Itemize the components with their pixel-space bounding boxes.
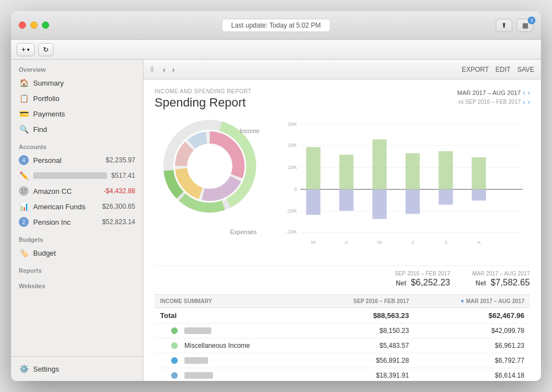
save-button[interactable]: SAVE bbox=[517, 66, 534, 73]
minimize-button[interactable] bbox=[30, 22, 38, 29]
svg-rect-33 bbox=[472, 157, 486, 189]
content-toolbar-right: EXPORT EDIT SAVE bbox=[461, 66, 534, 73]
columns-icon: ⦀ bbox=[150, 65, 154, 75]
row1-name-blurred bbox=[184, 327, 211, 334]
income-label: Income bbox=[240, 128, 259, 134]
app-window: ⟳ Schmitz ▾ Last update: Today at 5:02 P… bbox=[11, 11, 541, 381]
svg-rect-34 bbox=[472, 189, 486, 200]
fullscreen-button[interactable] bbox=[42, 22, 49, 29]
svg-text:A: A bbox=[477, 240, 481, 245]
row3-val2: $6,792.77 bbox=[415, 353, 530, 368]
table-row-2: Miscellaneous Income $5,483.57 $6,961.23 bbox=[155, 338, 530, 353]
refresh-button[interactable]: ↻ bbox=[38, 43, 54, 56]
sidebar-account-american-funds[interactable]: 📊 American Funds $26,300.65 bbox=[11, 199, 143, 214]
personal-badge: 4 bbox=[19, 155, 29, 165]
date-next-button[interactable]: › bbox=[528, 88, 530, 97]
sidebar-account-2[interactable]: ✏️ $517.41 bbox=[11, 168, 143, 183]
row2-val1: $5,483.57 bbox=[311, 338, 415, 353]
edit-button[interactable]: EDIT bbox=[496, 66, 511, 73]
row1-dot bbox=[171, 327, 178, 334]
row1-val1: $8,150.23 bbox=[311, 324, 415, 338]
sidebar-item-find[interactable]: 🔍 Find bbox=[11, 121, 143, 137]
export-button[interactable]: EXPORT bbox=[461, 66, 489, 73]
net-summary: SEP 2016 – FEB 2017 Net $6,252.23 MAR 20… bbox=[155, 266, 530, 294]
svg-text:J: J bbox=[444, 240, 447, 245]
account2-value: $517.41 bbox=[112, 172, 135, 179]
date-prev-button[interactable]: ‹ bbox=[523, 88, 525, 97]
row3-label bbox=[155, 353, 311, 368]
account2-icon: ✏️ bbox=[19, 171, 29, 181]
american-funds-value: $26,300.65 bbox=[102, 203, 135, 210]
bar-chart-svg: 30K 20K 10K 0 -10K -20K bbox=[276, 116, 530, 249]
vs-date-prev-button[interactable]: ‹ bbox=[523, 98, 525, 106]
budget-icon: 🏷️ bbox=[19, 248, 29, 258]
sidebar-item-summary[interactable]: 🏠 Summary bbox=[11, 75, 143, 91]
svg-text:M: M bbox=[311, 240, 316, 245]
amazon-badge: 17 bbox=[19, 186, 29, 196]
upload-button[interactable]: ⬆ bbox=[496, 19, 512, 32]
accounts-label: Accounts bbox=[11, 137, 143, 152]
row4-dot bbox=[171, 372, 178, 379]
reports-label: Reports bbox=[11, 261, 143, 276]
svg-text:10K: 10K bbox=[288, 165, 298, 170]
grid-button[interactable]: ▦ 3 bbox=[517, 19, 533, 32]
sidebar-item-settings[interactable]: ⚙️ Settings bbox=[11, 361, 143, 377]
income-table: INCOME SUMMARY SEP 2016 – FEB 2017 ▾ bbox=[155, 294, 530, 381]
row1-val2: $42,099.78 bbox=[415, 324, 530, 338]
sidebar-item-payments[interactable]: 💳 Payments bbox=[11, 106, 143, 121]
websites-label: Websites bbox=[11, 276, 143, 292]
chevron-small-icon: ▾ bbox=[27, 47, 30, 52]
vs-date-range: vs SEP 2016 – FEB 2017 bbox=[458, 99, 521, 105]
svg-text:-20K: -20K bbox=[286, 229, 298, 235]
find-icon: 🔍 bbox=[19, 124, 29, 134]
sidebar-account-amazon[interactable]: 17 Amazon CC -$4,432.88 bbox=[11, 183, 143, 199]
close-button[interactable] bbox=[19, 22, 26, 29]
svg-text:20K: 20K bbox=[288, 142, 298, 148]
net-label1: Net bbox=[396, 279, 406, 287]
upload-icon: ⬆ bbox=[501, 22, 507, 29]
svg-rect-24 bbox=[306, 189, 321, 215]
svg-rect-29 bbox=[406, 153, 420, 189]
period2-label: MAR 2017 – AUG 2017 bbox=[472, 271, 530, 277]
svg-rect-25 bbox=[339, 155, 354, 189]
update-badge: Last update: Today at 5:02 PM bbox=[222, 19, 331, 32]
sidebar-item-budget[interactable]: 🏷️ Budget bbox=[11, 245, 143, 261]
col1-header: SEP 2016 – FEB 2017 bbox=[311, 295, 415, 308]
total-val2: $62,467.96 bbox=[415, 308, 530, 324]
grid-icon: ▦ bbox=[522, 22, 528, 29]
svg-rect-31 bbox=[439, 151, 453, 189]
chart-area: Income bbox=[155, 116, 530, 255]
sidebar: Overview 🏠 Summary 📋 Portfolio 💳 Payment… bbox=[11, 60, 144, 381]
refresh-icon: ↻ bbox=[43, 46, 49, 54]
main-content: Overview 🏠 Summary 📋 Portfolio 💳 Payment… bbox=[11, 60, 541, 381]
svg-text:M: M bbox=[378, 240, 382, 245]
budgets-label: Budgets bbox=[11, 230, 143, 245]
sidebar-account-pension[interactable]: 2 Pension Inc $52,823.14 bbox=[11, 214, 143, 230]
svg-rect-23 bbox=[306, 147, 321, 189]
net-value2: $7,582.65 bbox=[491, 278, 530, 288]
portfolio-icon: 📋 bbox=[19, 93, 29, 103]
svg-rect-28 bbox=[373, 189, 387, 219]
total-val1: $88,563.23 bbox=[311, 308, 415, 324]
row3-val1: $56,891.28 bbox=[311, 353, 415, 368]
update-label: Last update: bbox=[231, 22, 268, 29]
vs-date-next-button[interactable]: › bbox=[528, 98, 530, 106]
add-button[interactable]: + ▾ bbox=[17, 43, 35, 56]
sidebar-account-personal[interactable]: 4 Personal $2,235.97 bbox=[11, 152, 143, 168]
american-funds-icon: 📊 bbox=[19, 202, 29, 211]
svg-text:J: J bbox=[411, 240, 414, 245]
nav-right-button[interactable]: › bbox=[170, 64, 177, 75]
account2-label bbox=[33, 172, 107, 179]
sidebar-bottom: ⚙️ Settings bbox=[11, 356, 143, 381]
svg-rect-27 bbox=[373, 140, 387, 189]
sort-arrow-icon: ▾ bbox=[461, 298, 464, 304]
settings-icon: ⚙️ bbox=[19, 364, 29, 374]
sidebar-item-portfolio[interactable]: 📋 Portfolio bbox=[11, 91, 143, 106]
table-row-1: $8,150.23 $42,099.78 bbox=[155, 324, 530, 338]
content-area: ⦀ ‹ › EXPORT EDIT SAVE MAR 2017 – AUG 20… bbox=[144, 60, 541, 381]
content-toolbar: ⦀ ‹ › EXPORT EDIT SAVE bbox=[144, 60, 541, 80]
income-summary-header: INCOME SUMMARY bbox=[155, 295, 311, 308]
update-time: Today at 5:02 PM bbox=[269, 22, 321, 29]
overview-label: Overview bbox=[11, 60, 143, 75]
nav-left-button[interactable]: ‹ bbox=[161, 64, 168, 75]
